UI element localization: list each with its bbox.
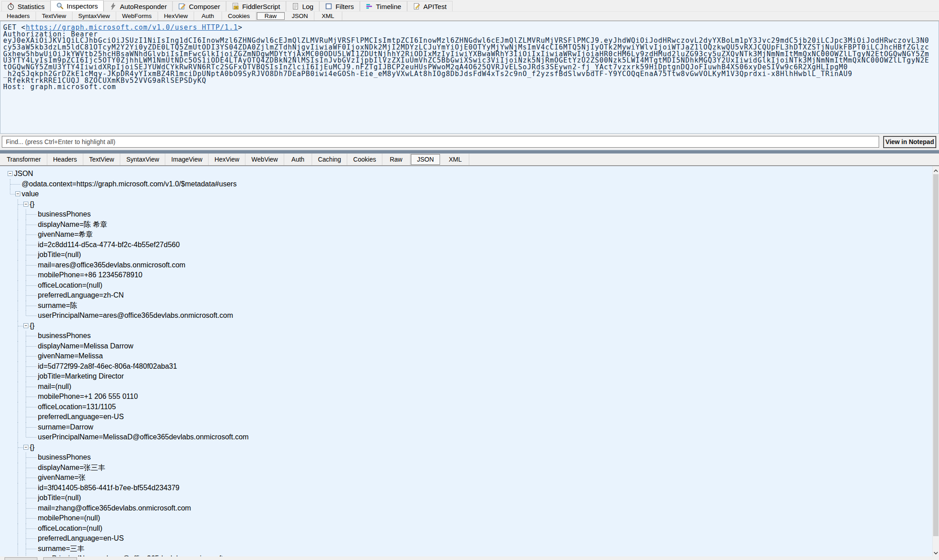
tree-node-label[interactable]: id=3f041405-b856-441f-b7ee-bf554d234379 — [38, 484, 180, 492]
main-tab-statistics[interactable]: Statistics — [1, 1, 50, 11]
main-tab-timeline[interactable]: Timeline — [360, 1, 407, 11]
request-raw-view[interactable]: GET <https://graph.microsoft.com/v1.0/us… — [0, 21, 939, 134]
tree-node-label[interactable]: businessPhones — [38, 332, 91, 340]
tree-collapse-icon[interactable] — [23, 202, 28, 207]
main-tab-autoresponder[interactable]: AutoResponder — [104, 1, 172, 11]
tree-node-label[interactable]: userPrincipalName=ares@office365devlabs.… — [38, 312, 233, 320]
tree-guide-dash — [26, 376, 36, 377]
tree-node-label[interactable]: jobTitle=(null) — [38, 251, 81, 259]
tree-node-label[interactable]: mobilePhone=+86 12345678910 — [38, 271, 142, 279]
tree-collapse-icon[interactable] — [8, 171, 13, 176]
log-icon — [292, 3, 299, 10]
tree-node-label[interactable]: {} — [30, 200, 35, 208]
request-tab-webforms[interactable]: WebForms — [116, 12, 158, 20]
tree-node-label[interactable]: businessPhones — [38, 453, 91, 461]
scroll-up-button[interactable] — [933, 166, 939, 174]
tree-node-label[interactable]: displayName=张三丰 — [38, 463, 105, 472]
tree-node-label[interactable]: mobilePhone=(null) — [38, 514, 100, 522]
main-tab-fiddlerscript[interactable]: JSFiddlerScript — [226, 1, 286, 11]
response-tab-hexview[interactable]: HexView — [209, 154, 245, 165]
tree-node-label[interactable]: jobTitle=(null) — [38, 494, 81, 502]
tree-node-label[interactable]: givenName=希章 — [38, 230, 93, 239]
response-tab-auth[interactable]: Auth — [284, 154, 312, 165]
tree-guide-dash — [26, 518, 36, 519]
tree-guide-dash — [26, 275, 36, 275]
tree-node-label[interactable]: surname=陈 — [38, 301, 77, 310]
tree-node-label[interactable]: businessPhones — [38, 210, 91, 218]
tree-node-label[interactable]: surname=Darrow — [38, 423, 93, 431]
tree-node-label[interactable]: preferredLanguage=zh-CN — [38, 291, 124, 299]
response-tab-raw[interactable]: Raw — [382, 154, 410, 165]
tree-node-label[interactable]: JSON — [14, 170, 33, 178]
tree-node-label[interactable]: id=5d772f99-2a8f-46ec-806a-f480f02aba31 — [38, 362, 177, 370]
request-tab-cookies[interactable]: Cookies — [222, 12, 256, 20]
main-tab-composer[interactable]: Composer — [172, 1, 226, 11]
request-tab-headers[interactable]: Headers — [1, 12, 36, 20]
main-tab-apitest[interactable]: APITest — [407, 1, 453, 11]
tree-scrollbar[interactable] — [932, 166, 939, 556]
bottom-left-button-2[interactable] — [43, 557, 77, 560]
tree-collapse-icon[interactable] — [23, 323, 28, 328]
request-tab-auth[interactable]: Auth — [194, 12, 222, 20]
response-tab-cookies[interactable]: Cookies — [347, 154, 382, 165]
tree-node-label[interactable]: preferredLanguage=en-US — [38, 413, 124, 421]
request-tab-hexview[interactable]: HexView — [158, 12, 194, 20]
request-tab-raw[interactable]: Raw — [257, 12, 285, 20]
request-tab-json[interactable]: JSON — [286, 12, 314, 20]
tree-guide-dash — [26, 235, 36, 235]
tree-node-label[interactable]: officeLocation=(null) — [38, 281, 102, 289]
scroll-down-button[interactable] — [933, 548, 939, 556]
main-tab-filters[interactable]: Filters — [319, 1, 360, 11]
response-tab-textview[interactable]: TextView — [83, 154, 121, 165]
tree-node-label[interactable]: givenName=Melissa — [38, 352, 103, 360]
tree-node-label[interactable]: jobTitle=Marketing Director — [38, 372, 124, 380]
tree-node-label[interactable]: value — [22, 190, 39, 198]
tree-collapse-icon[interactable] — [15, 191, 20, 196]
tree-guide-line — [18, 524, 18, 534]
main-tab-log[interactable]: Log — [286, 1, 319, 11]
response-tab-json[interactable]: JSON — [411, 154, 440, 165]
tree-node-label[interactable]: {} — [30, 322, 35, 330]
tree-node-label[interactable]: mobilePhone=+1 206 555 0110 — [38, 393, 138, 401]
tree-node-label[interactable]: surname=三丰 — [38, 544, 85, 553]
tree-node-label[interactable]: displayName=Melissa Darrow — [38, 342, 133, 350]
bottom-strip — [0, 556, 939, 560]
tree-node: mobilePhone=(null) — [0, 513, 939, 524]
tree-node-label[interactable]: {} — [30, 443, 35, 452]
compose-icon — [178, 3, 186, 10]
tree-node-label[interactable]: @odata.context=https://graph.microsoft.c… — [22, 180, 236, 188]
tree-guide-line — [18, 280, 18, 291]
tree-node-label[interactable]: givenName=张 — [38, 473, 86, 483]
pane-splitter[interactable] — [0, 150, 939, 154]
request-tab-textview[interactable]: TextView — [36, 12, 73, 20]
response-tab-syntaxview[interactable]: SyntaxView — [120, 154, 165, 165]
tree-node-label[interactable]: id=2c8dd114-d5ca-4774-bf2c-4b55ef27d560 — [38, 241, 180, 249]
response-tab-imageview[interactable]: ImageView — [165, 154, 209, 165]
tree-collapse-icon[interactable] — [23, 445, 28, 450]
tree-guide-dash — [26, 356, 36, 357]
find-input[interactable] — [2, 136, 879, 148]
tree-node-label[interactable]: mail=(null) — [38, 383, 71, 391]
request-tab-syntaxview[interactable]: SyntaxView — [73, 12, 116, 20]
tree-node-label[interactable]: officeLocation=131/1105 — [38, 403, 116, 411]
request-tab-xml[interactable]: XML — [314, 12, 342, 20]
response-tab-headers[interactable]: Headers — [47, 154, 83, 165]
view-in-notepad-button[interactable]: View in Notepad — [883, 136, 936, 148]
tree-node-label[interactable]: userPrincipalName=MelissaD@office365devl… — [38, 433, 249, 441]
response-tab-webview[interactable]: WebView — [245, 154, 284, 165]
tree-node-label[interactable]: mail=ares@office365devlabs.onmicrosoft.c… — [38, 261, 186, 269]
tree-node-label[interactable]: officeLocation=(null) — [38, 524, 102, 533]
tree-guide-line — [18, 331, 18, 341]
response-tab-xml[interactable]: XML — [441, 154, 469, 165]
response-tab-transformer[interactable]: Transformer — [1, 154, 47, 165]
main-tab-inspectors[interactable]: Inspectors — [50, 0, 104, 11]
response-tab-caching[interactable]: Caching — [312, 154, 347, 165]
request-header-lines: Authorization: BearereyJ0eXAiOiJKV1QiLCJ… — [3, 31, 939, 90]
scrollbar-thumb[interactable] — [933, 174, 939, 536]
tree-node-label[interactable]: preferredLanguage=en-US — [38, 534, 124, 542]
tree-node: id=3f041405-b856-441f-b7ee-bf554d234379 — [0, 483, 939, 493]
tree-node-label[interactable]: mail=zhang@office365devlabs.onmicrosoft.… — [38, 504, 191, 512]
tree-node-label[interactable]: displayName=陈 希章 — [38, 220, 107, 229]
tree-guide-dash — [26, 498, 36, 498]
bottom-left-button-1[interactable] — [5, 557, 37, 560]
